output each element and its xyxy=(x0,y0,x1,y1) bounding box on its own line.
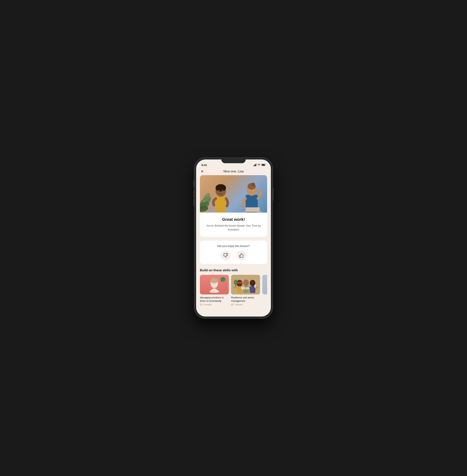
phone-screen: 9:41 xyxy=(196,160,271,316)
laptop xyxy=(245,207,261,213)
nav-bar: ✕ Nice one, Lisa xyxy=(196,168,271,175)
person-left xyxy=(210,181,233,213)
notch xyxy=(221,158,246,163)
skills-section: Build on these skills with xyxy=(196,264,271,310)
clock-icon-1 xyxy=(200,304,202,306)
svg-point-42 xyxy=(234,280,238,285)
skill-card-2-title: Resilience and stress management xyxy=(231,296,260,303)
skill-card-2[interactable]: Resilience and stress management 7 minut… xyxy=(231,275,260,306)
skill-card-2-meta: 7 minutes xyxy=(231,303,260,306)
nav-title: Nice one, Lisa xyxy=(223,170,244,173)
skill-card-3-image xyxy=(262,275,267,294)
close-button[interactable]: ✕ xyxy=(201,170,204,173)
bust-sculpture xyxy=(209,276,220,293)
rating-buttons xyxy=(204,251,263,260)
signal-icon xyxy=(253,163,256,166)
rating-section: Did you enjoy this lesson? xyxy=(200,241,267,264)
svg-point-17 xyxy=(251,183,255,186)
skills-section-title: Build on these skills with xyxy=(200,269,267,272)
svg-rect-2 xyxy=(262,164,265,166)
rating-question: Did you enjoy this lesson? xyxy=(204,244,263,247)
svg-point-19 xyxy=(252,189,255,191)
skill-card-1-image xyxy=(200,275,229,294)
thumbs-down-icon xyxy=(223,253,228,258)
svg-rect-22 xyxy=(245,211,261,212)
phone-frame: 9:41 xyxy=(194,158,273,318)
svg-rect-9 xyxy=(216,196,226,213)
skill-card-1[interactable]: Managing emotions in times of uncertaini… xyxy=(200,275,229,306)
thumbs-down-button[interactable] xyxy=(221,251,231,260)
thumbs-up-icon xyxy=(239,253,244,258)
people-working xyxy=(231,275,260,294)
svg-point-20 xyxy=(258,190,262,193)
svg-point-35 xyxy=(243,280,249,286)
skill-card-2-image xyxy=(231,275,260,294)
skill-card-1-duration: 7 minutes xyxy=(203,303,212,306)
svg-rect-40 xyxy=(246,287,249,289)
hero-image xyxy=(200,175,267,213)
skill-card-1-meta: 7 minutes xyxy=(200,303,229,306)
thumbs-up-button[interactable] xyxy=(236,251,246,260)
svg-rect-34 xyxy=(237,286,242,293)
scroll-content[interactable]: Great work! You've finished the lesson M… xyxy=(196,175,271,316)
svg-point-12 xyxy=(218,190,220,192)
completion-card: Great work! You've finished the lesson M… xyxy=(200,213,267,237)
skills-scroll[interactable]: Managing emotions in times of uncertaini… xyxy=(200,275,267,306)
svg-rect-43 xyxy=(235,285,236,287)
svg-point-11 xyxy=(216,184,226,192)
battery-icon xyxy=(261,164,266,166)
svg-rect-39 xyxy=(241,287,245,289)
status-icons xyxy=(253,163,266,166)
bottom-spacer xyxy=(196,310,271,316)
skill-card-2-duration: 7 minutes xyxy=(234,303,243,306)
completion-subtitle: You've finished the lesson Master Your T… xyxy=(204,224,263,232)
svg-rect-41 xyxy=(254,285,256,288)
status-time: 9:41 xyxy=(201,163,207,167)
svg-point-13 xyxy=(221,190,224,192)
wifi-icon xyxy=(257,164,260,166)
clock-icon-2 xyxy=(231,304,233,306)
svg-rect-1 xyxy=(265,164,266,165)
completion-title: Great work! xyxy=(204,217,263,222)
svg-rect-21 xyxy=(246,207,260,211)
rating-card: Did you enjoy this lesson? xyxy=(200,241,267,264)
skill-card-1-title: Managing emotions in times of uncertaini… xyxy=(200,296,229,303)
skill-card-3[interactable] xyxy=(262,275,267,306)
svg-point-18 xyxy=(249,189,251,191)
